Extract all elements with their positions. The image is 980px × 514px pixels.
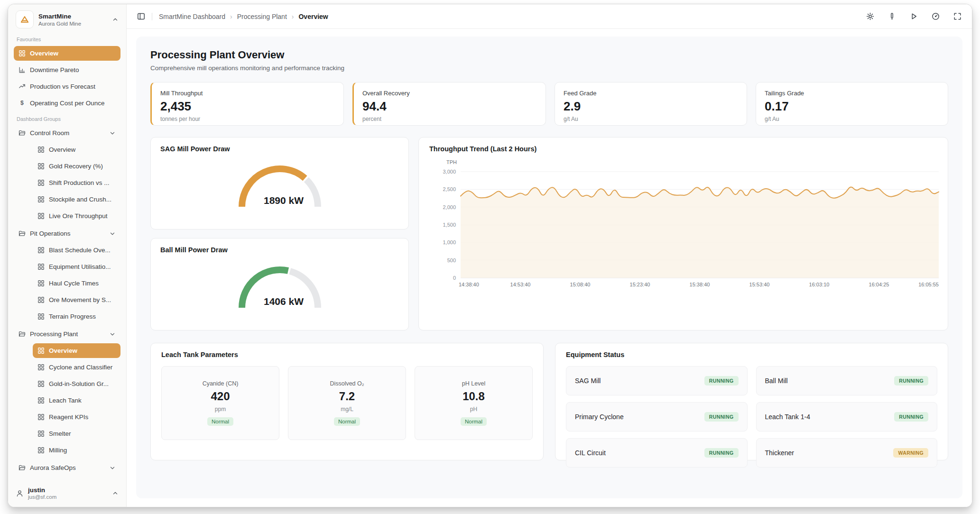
sidebar-item-label: Shift Production vs ... (49, 179, 110, 186)
sidebar: SmartMine Aurora Gold Mine Favourites Ov… (8, 4, 127, 507)
gauge-card-sag-mill-power-draw: SAG Mill Power Draw 1890 kW (150, 137, 409, 229)
chevron-down-icon (109, 230, 116, 237)
grid-icon (18, 50, 26, 57)
breadcrumb: SmartMine Dashboard›Processing Plant›Ove… (159, 13, 328, 20)
kpi-value: 2,435 (160, 99, 335, 114)
sidebar-item-shift-production-vs-[interactable]: Shift Production vs ... (33, 175, 120, 190)
sidebar-item-downtime-pareto[interactable]: Downtime Pareto (14, 63, 120, 77)
throughput-chart: 05001,0001,5002,0002,5003,000TPH14:38:40… (429, 153, 937, 297)
breadcrumb-processing-plant[interactable]: Processing Plant (237, 13, 287, 20)
status-badge: Normal (461, 417, 487, 426)
sidebar-item-label: Haul Cycle Times (49, 280, 99, 287)
sidebar-item-overview[interactable]: Overview (14, 46, 120, 61)
grid-icon (37, 263, 45, 270)
kpi-label: Overall Recovery (362, 90, 537, 97)
sidebar-item-ore-movement-by-s-[interactable]: Ore Movement by S... (33, 293, 120, 307)
kpi-card-feed-grade: Feed Grade 2.9 g/t Au (555, 82, 747, 126)
grid-icon (37, 146, 45, 153)
leach-param-ph-level: pH Level 10.8 pH Normal (415, 366, 533, 440)
grid-icon (37, 196, 45, 203)
equipment-name: CIL Circuit (575, 449, 606, 457)
sidebar-item-overview[interactable]: Overview (33, 142, 120, 157)
kpi-value: 0.17 (765, 99, 939, 114)
status-badge: RUNNING (704, 412, 739, 422)
group-control-room[interactable]: Control Room (14, 126, 120, 140)
fullscreen-button[interactable] (953, 12, 962, 20)
workspace-info: SmartMine Aurora Gold Mine (38, 13, 107, 27)
header-actions (866, 12, 962, 20)
breadcrumb-smartmine-dashboard[interactable]: SmartMine Dashboard (159, 13, 225, 20)
group-pit-operations[interactable]: Pit Operations (14, 226, 120, 241)
sidebar-item-leach-tank[interactable]: Leach Tank (33, 393, 120, 408)
param-label: pH Level (462, 380, 485, 387)
equipment-card-title: Equipment Status (566, 351, 937, 358)
sidebar-item-equipment-utilisatio-[interactable]: Equipment Utilisatio... (33, 259, 120, 274)
kpi-label: Mill Throughput (160, 90, 335, 97)
folder-icon (18, 464, 26, 471)
sidebar-item-stockpile-and-crush-[interactable]: Stockpile and Crush... (33, 192, 120, 207)
breadcrumb-separator: › (230, 13, 232, 20)
sidebar-item-milling[interactable]: Milling (33, 443, 120, 458)
sidebar-item-reagent-kpis[interactable]: Reagent KPIs (33, 410, 120, 424)
kpi-card-overall-recovery: Overall Recovery 94.4 percent (352, 82, 546, 126)
sidebar-item-blast-schedule-ove-[interactable]: Blast Schedule Ove... (33, 243, 120, 257)
kpi-card-mill-throughput: Mill Throughput 2,435 tonnes per hour (150, 82, 344, 126)
group-aurora-safeops[interactable]: Aurora SafeOps (14, 460, 120, 475)
equipment-name: Thickener (765, 449, 794, 457)
folder-icon (18, 330, 26, 338)
user-menu[interactable]: justin jus@sf.com (8, 479, 126, 507)
gauge-button[interactable] (932, 12, 940, 20)
sidebar-item-smelter[interactable]: Smelter (33, 426, 120, 441)
kpi-unit: g/t Au (765, 116, 939, 122)
sidebar-item-terrain-progress[interactable]: Terrain Progress (33, 309, 120, 324)
grid-icon (37, 280, 45, 287)
param-unit: ppm (215, 406, 226, 413)
svg-text:15:23:40: 15:23:40 (630, 282, 650, 287)
sidebar-item-gold-recovery-[interactable]: Gold Recovery (%) (33, 159, 120, 174)
status-badge: RUNNING (894, 412, 928, 422)
sidebar-scroll-area[interactable]: SmartMine Aurora Gold Mine Favourites Ov… (8, 4, 126, 479)
leach-param-cyanide-cn-: Cyanide (CN) 420 ppm Normal (161, 366, 279, 440)
sidebar-item-overview[interactable]: Overview (33, 343, 120, 358)
breadcrumb-overview: Overview (298, 13, 328, 20)
sidebar-item-label: Gold Recovery (%) (49, 163, 103, 170)
svg-text:14:53:40: 14:53:40 (510, 282, 531, 287)
workspace-switcher[interactable]: SmartMine Aurora Gold Mine (14, 9, 120, 30)
param-label: Dissolved O₂ (330, 380, 364, 387)
settings-icon (866, 12, 874, 20)
app-name: SmartMine (38, 13, 107, 20)
sidebar-item-production-vs-forecast[interactable]: Production vs Forecast (14, 79, 120, 94)
status-badge: RUNNING (704, 448, 739, 458)
sidebar-item-label: Blast Schedule Ove... (49, 247, 111, 254)
gauge: 1890 kW (160, 154, 399, 215)
sidebar-item-cyclone-and-classifier[interactable]: Cyclone and Classifier (33, 360, 120, 375)
settings-button[interactable] (866, 12, 874, 20)
org-name: Aurora Gold Mine (38, 21, 107, 27)
group-label: Processing Plant (30, 330, 78, 338)
svg-text:16:04:25: 16:04:25 (869, 282, 889, 287)
favourites-section-label: Favourites (17, 37, 118, 42)
svg-text:2,500: 2,500 (443, 186, 456, 192)
param-unit: mg/L (341, 406, 353, 413)
sidebar-item-haul-cycle-times[interactable]: Haul Cycle Times (33, 276, 120, 291)
equipment-name: Leach Tank 1-4 (765, 413, 810, 421)
sidebar-toggle-button[interactable] (137, 12, 145, 20)
sidebar-item-operating-cost-per-ounce[interactable]: $ Operating Cost per Ounce (14, 96, 120, 110)
gauge-card-ball-mill-power-draw: Ball Mill Power Draw 1406 kW (150, 238, 409, 330)
sidebar-item-label: Overview (49, 146, 75, 153)
grid-icon (37, 313, 45, 320)
svg-text:TPH: TPH (446, 159, 457, 165)
play-button[interactable] (910, 12, 918, 20)
grid-icon (37, 296, 45, 303)
sidebar-item-gold-in-solution-gr-[interactable]: Gold-in-Solution Gr... (33, 376, 120, 391)
group-processing-plant[interactable]: Processing Plant (14, 327, 120, 341)
user-name: justin (28, 486, 108, 494)
sidebar-item-live-ore-throughput[interactable]: Live Ore Throughput (33, 209, 120, 223)
leach-params-grid: Cyanide (CN) 420 ppm NormalDissolved O₂ … (161, 366, 533, 440)
kpi-label: Tailings Grade (765, 90, 939, 97)
leach-parameters-card: Leach Tank Parameters Cyanide (CN) 420 p… (150, 343, 544, 460)
kpi-row: Mill Throughput 2,435 tonnes per hourOve… (150, 82, 948, 126)
edit-button[interactable] (888, 12, 896, 20)
play-icon (910, 12, 918, 20)
leach-card-title: Leach Tank Parameters (161, 351, 533, 358)
